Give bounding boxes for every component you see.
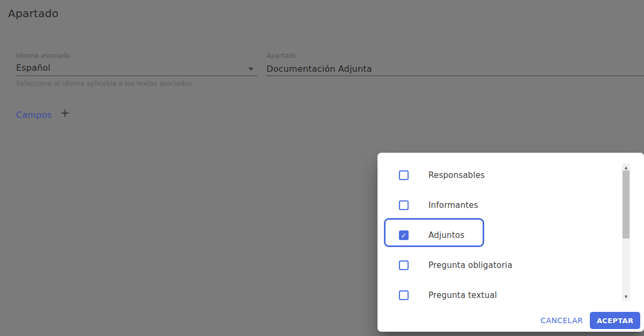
- checkbox-unchecked-icon[interactable]: [399, 260, 409, 270]
- option-label: Pregunta obligatoria: [428, 260, 513, 270]
- add-campo-icon[interactable]: +: [60, 107, 70, 119]
- language-select[interactable]: Español: [16, 61, 257, 76]
- section-field-label: Apartado: [267, 52, 297, 59]
- accept-button[interactable]: ACEPTAR: [590, 312, 640, 329]
- dialog-scrollbar[interactable]: ▲ ▼: [622, 163, 630, 301]
- language-field-label: Idioma asociado: [16, 52, 70, 59]
- dropdown-arrow-icon[interactable]: [248, 68, 254, 71]
- campos-link[interactable]: Campos: [16, 110, 52, 120]
- option-label: Informantes: [428, 200, 478, 210]
- option-row-pregunta-textual[interactable]: Pregunta textual: [377, 280, 608, 310]
- checkbox-checked-icon[interactable]: ✓: [399, 230, 409, 240]
- checkbox-unchecked-icon[interactable]: [399, 200, 409, 210]
- checkbox-unchecked-icon[interactable]: [399, 290, 409, 300]
- checkbox-unchecked-icon[interactable]: [399, 170, 409, 180]
- scroll-down-icon[interactable]: ▼: [622, 294, 630, 300]
- language-field-helper: Seleccione el idioma aplicable a los tex…: [16, 80, 192, 87]
- option-row-adjuntos[interactable]: ✓ Adjuntos: [377, 220, 608, 250]
- option-row-pregunta-obligatoria[interactable]: Pregunta obligatoria: [377, 250, 608, 280]
- option-label: Responsables: [428, 170, 485, 180]
- section-field-input[interactable]: [267, 62, 631, 75]
- option-label: Adjuntos: [428, 230, 464, 240]
- page-title: Apartado: [8, 7, 58, 20]
- option-row-informantes[interactable]: Informantes: [377, 190, 608, 220]
- option-row-responsables[interactable]: Responsables: [377, 160, 608, 190]
- cancel-button[interactable]: CANCELAR: [533, 311, 590, 329]
- field-options-dialog: Responsables Informantes ✓ Adjuntos Preg…: [377, 153, 644, 332]
- scrollbar-thumb[interactable]: [623, 170, 630, 238]
- language-select-value: Español: [16, 63, 50, 73]
- check-icon: ✓: [401, 232, 407, 238]
- option-label: Pregunta textual: [428, 290, 497, 300]
- section-field-underline: [267, 76, 644, 76]
- language-field-underline: [16, 76, 257, 76]
